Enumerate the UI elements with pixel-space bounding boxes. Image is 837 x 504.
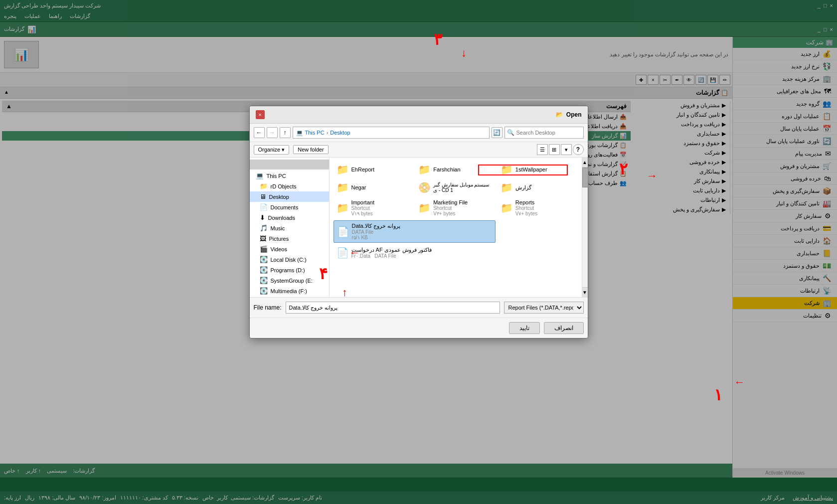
dialog-close-btn[interactable]: × — [256, 110, 265, 119]
dialog-search-bar: 🔍 — [504, 127, 584, 139]
file-farshchian[interactable]: 📁 Farshchian — [415, 162, 496, 177]
file-data-peravane[interactable]: 📄 Data.پروانه خروج کالا DATA File r۵/۱ K… — [334, 220, 496, 243]
file-gozaresh[interactable]: 📁 گزارش — [498, 179, 578, 195]
dialog-ok-button[interactable]: تایید — [509, 322, 540, 334]
scroll-track — [582, 187, 588, 287]
left-nav-pane: 💻 This PC 📁 rD Objects 🖥 Desktop 📄 Docum… — [250, 158, 330, 297]
view-btn-details[interactable]: ▾ — [561, 144, 572, 155]
file-reports-shortcut[interactable]: 📁 Reports Shortcut V۷+ bytes — [498, 197, 578, 218]
filetype-select[interactable]: Report Files (*.DATA,*.report) — [504, 302, 584, 314]
dialog-path-bar: 💻 This PC › Desktop — [293, 127, 490, 139]
files-grid: 📁 EhReport 📁 Farshchian 📁 1stWallpaper 📁 — [330, 158, 582, 297]
scroll-down-btn[interactable]: ▼ — [582, 287, 588, 297]
path-this-pc[interactable]: This PC — [305, 130, 325, 136]
nav-rd-objects[interactable]: 📁 rD Objects — [250, 181, 329, 191]
dialog-title-text: 📂 Open — [556, 111, 582, 118]
scroll-thumb[interactable] — [582, 168, 588, 187]
dialog-toolbar: Organize ▾ New folder ☰ ⊞ ▾ ? — [250, 142, 588, 158]
file-1stwallpaper[interactable]: 📁 1stWallpaper — [498, 162, 578, 177]
dialog-back-btn[interactable]: ← — [254, 127, 265, 138]
dialog-title-label: Open — [566, 111, 582, 118]
dialog-up-btn[interactable]: ↑ — [280, 127, 291, 138]
dialog-forward-btn[interactable]: → — [267, 127, 278, 138]
new-folder-button[interactable]: New folder — [293, 145, 329, 154]
file-important[interactable]: 📁 Important Shortcut V۱۹ bytes — [334, 197, 414, 218]
search-icon: 🔍 — [507, 129, 514, 136]
filename-label: File name: — [254, 304, 282, 311]
nav-desktop[interactable]: 🖥 Desktop — [250, 191, 329, 202]
nav-systemgroup-e[interactable]: 💽 SystemGroup (E: — [250, 275, 329, 286]
dialog-title-bar: × 📂 Open — [250, 106, 588, 124]
file-mobile-system[interactable]: 📀 سیستم موبایل سفارش گیری - CD 1 — [415, 179, 496, 195]
dialog-scrollbar[interactable]: ▲ ▼ — [582, 158, 588, 297]
dialog-cancel-button[interactable]: انصراف — [544, 322, 584, 334]
view-buttons: ☰ ⊞ ▾ ? — [537, 144, 584, 155]
dialog-refresh-btn[interactable]: 🔄 — [492, 127, 502, 138]
nav-multimedia-f[interactable]: 💽 Multimedia (F:) — [250, 286, 329, 296]
dialog-search-input[interactable] — [516, 130, 581, 136]
file-ehreport[interactable]: 📁 EhReport — [334, 162, 414, 177]
filename-input[interactable] — [286, 302, 500, 314]
nav-this-pc[interactable]: 💻 This PC — [250, 170, 329, 181]
path-icon: 💻 — [296, 130, 303, 136]
nav-documents[interactable]: 📄 Documents — [250, 202, 329, 212]
organize-button[interactable]: Organize ▾ — [254, 145, 290, 155]
view-btn-grid[interactable]: ⊞ — [549, 144, 560, 155]
file-negar[interactable]: 📁 Negar — [334, 179, 414, 195]
nav-pictures[interactable]: 🖼 Pictures — [250, 233, 329, 244]
dialog-buttons: تایید انصراف — [250, 318, 588, 338]
nav-music[interactable]: 🎵 Music — [250, 223, 329, 233]
nav-downloads[interactable]: ⬇ Downloads — [250, 212, 329, 223]
view-btn-list[interactable]: ☰ — [537, 144, 548, 155]
scroll-up-btn[interactable]: ▲ — [582, 158, 588, 168]
dialog-title-icon: 📂 — [556, 111, 563, 118]
nav-programs-d[interactable]: 💽 Programs (D:) — [250, 265, 329, 275]
file-marketing[interactable]: 📁 Marketing File Shortcut V۳+ bytes — [415, 197, 496, 218]
filename-bar: File name: Report Files (*.DATA,*.report… — [250, 297, 588, 318]
help-btn[interactable]: ? — [573, 144, 584, 155]
path-desktop[interactable]: Desktop — [330, 130, 350, 136]
nav-local-disk-c[interactable]: 💽 Local Disk (C:) — [250, 254, 329, 265]
dialog-nav-bar: ← → ↑ 💻 This PC › Desktop 🔄 🔍 — [250, 124, 588, 142]
dialog-overlay: × 📂 Open ← → ↑ 💻 This PC › Desktop 🔄 — [0, 0, 837, 504]
nav-videos[interactable]: 🎬 Videos — [250, 244, 329, 254]
scroll-up-area — [250, 160, 329, 169]
file-area: 💻 This PC 📁 rD Objects 🖥 Desktop 📄 Docum… — [250, 158, 588, 297]
open-file-dialog: × 📂 Open ← → ↑ 💻 This PC › Desktop 🔄 — [249, 106, 588, 338]
file-darkhast-af[interactable]: 📄 درخواست AF فاکتور فروش عمودی Fr۰.Data … — [334, 245, 578, 261]
nav-local-disk-g[interactable]: 💽 Local Disk (G:) — [250, 296, 329, 297]
